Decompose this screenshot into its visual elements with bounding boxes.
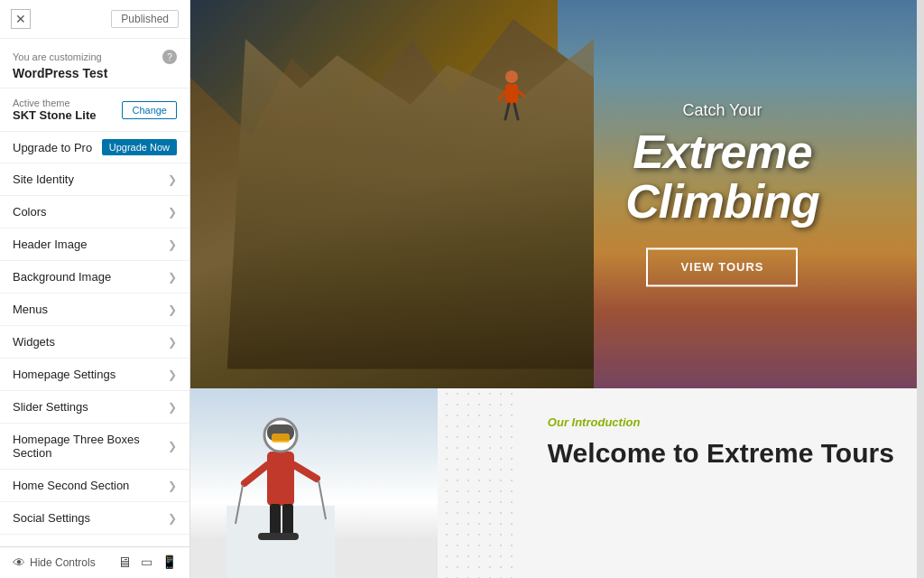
svg-line-11: [245, 465, 267, 483]
published-badge: Published: [111, 10, 179, 28]
hero-content: Catch Your Extreme Climbing VIEW TOURS: [558, 101, 888, 286]
welcome-title: Welcome to Extreme Tours: [548, 438, 897, 468]
desktop-icon[interactable]: 🖥: [117, 555, 132, 571]
menu-item-social-settings[interactable]: Social Settings❯: [0, 502, 189, 535]
svg-line-2: [498, 91, 505, 101]
theme-name: SKT Stone Lite: [13, 108, 96, 122]
hero-title: Extreme Climbing: [558, 127, 888, 226]
menu-item-footer-area[interactable]: Footer Area❯: [0, 535, 189, 546]
eye-icon: 👁: [13, 555, 25, 570]
menu-item-label: Header Image: [13, 238, 87, 251]
second-left: [190, 388, 521, 578]
hero-section: Catch Your Extreme Climbing VIEW TOURS: [190, 0, 924, 388]
menu-item-label: Background Image: [13, 270, 111, 284]
menu-item-colors[interactable]: Colors❯: [0, 196, 189, 228]
skier-image: [190, 388, 438, 578]
chevron-icon: ❯: [168, 271, 177, 284]
chevron-icon: ❯: [168, 401, 177, 414]
bottom-bar: 👁 Hide Controls 🖥 ▭ 📱: [0, 546, 189, 578]
preview-area: Catch Your Extreme Climbing VIEW TOURS: [190, 0, 924, 578]
mobile-icon[interactable]: 📱: [162, 555, 177, 571]
chevron-icon: ❯: [168, 480, 177, 492]
intro-label: Our Introduction: [548, 415, 897, 429]
menu-item-label: Widgets: [13, 335, 55, 349]
chevron-icon: ❯: [168, 440, 177, 452]
chevron-icon: ❯: [168, 368, 177, 381]
menu-item-label: Home Second Section: [13, 479, 129, 492]
hide-controls-label: Hide Controls: [30, 556, 96, 569]
svg-rect-7: [267, 452, 294, 506]
customizing-info: You are customizing ? WordPress Test: [0, 39, 189, 89]
change-theme-button[interactable]: Change: [122, 101, 177, 119]
menu-item-home-second-section[interactable]: Home Second Section❯: [0, 470, 189, 502]
menu-item-background-image[interactable]: Background Image❯: [0, 261, 189, 294]
view-tours-button[interactable]: VIEW TOURS: [646, 248, 798, 287]
svg-point-0: [505, 70, 518, 83]
menu-item-label: Menus: [13, 303, 48, 316]
theme-section: Active theme SKT Stone Lite Change: [0, 89, 189, 132]
help-icon[interactable]: ?: [162, 50, 177, 64]
chevron-icon: ❯: [168, 303, 177, 316]
menu-item-slider-settings[interactable]: Slider Settings❯: [0, 391, 189, 424]
active-theme-label: Active theme: [13, 98, 96, 108]
customizer-panel: ✕ Published You are customizing ? WordPr…: [0, 0, 190, 578]
svg-rect-15: [270, 504, 281, 536]
customizing-label: You are customizing: [13, 51, 102, 62]
svg-line-5: [514, 104, 518, 119]
climber-figure: [498, 70, 525, 124]
chevron-icon: ❯: [168, 512, 177, 525]
upgrade-label: Upgrade to Pro: [13, 141, 92, 154]
menu-item-label: Site Identity: [13, 172, 74, 186]
svg-rect-10: [272, 434, 290, 443]
svg-line-12: [294, 465, 317, 479]
hide-controls-button[interactable]: 👁 Hide Controls: [13, 555, 96, 570]
chevron-icon: ❯: [168, 173, 177, 186]
site-title: WordPress Test: [13, 66, 177, 80]
upgrade-section: Upgrade to Pro Upgrade Now: [0, 132, 189, 163]
menu-item-label: Homepage Settings: [13, 368, 116, 381]
svg-rect-16: [282, 504, 293, 536]
panel-header: ✕ Published: [0, 0, 189, 39]
tablet-icon[interactable]: ▭: [141, 555, 152, 571]
device-switcher: 🖥 ▭ 📱: [117, 555, 177, 571]
skier-figure: [199, 397, 362, 578]
svg-rect-1: [505, 84, 518, 104]
menu-item-label: Social Settings: [13, 511, 90, 525]
menu-item-label: Slider Settings: [13, 400, 88, 414]
upgrade-now-button[interactable]: Upgrade Now: [102, 139, 177, 155]
customizer-menu-list: Site Identity❯Colors❯Header Image❯Backgr…: [0, 163, 189, 546]
second-section: Our Introduction Welcome to Extreme Tour…: [190, 388, 924, 578]
menu-item-homepage-settings[interactable]: Homepage Settings❯: [0, 359, 189, 391]
menu-item-homepage-three-boxes-section[interactable]: Homepage Three Boxes Section❯: [0, 424, 189, 470]
menu-item-label: Homepage Three Boxes Section: [13, 433, 168, 460]
menu-item-widgets[interactable]: Widgets❯: [0, 326, 189, 359]
menu-item-site-identity[interactable]: Site Identity❯: [0, 163, 189, 196]
chevron-icon: ❯: [168, 206, 177, 219]
theme-info: Active theme SKT Stone Lite: [13, 98, 96, 122]
svg-line-4: [505, 104, 509, 119]
svg-rect-17: [258, 533, 299, 540]
svg-line-3: [518, 91, 525, 97]
close-button[interactable]: ✕: [11, 9, 31, 29]
second-right: Our Introduction Welcome to Extreme Tour…: [521, 388, 924, 578]
menu-item-menus[interactable]: Menus❯: [0, 294, 189, 326]
chevron-icon: ❯: [168, 336, 177, 349]
menu-item-header-image[interactable]: Header Image❯: [0, 228, 189, 261]
chevron-icon: ❯: [168, 238, 177, 251]
menu-item-label: Colors: [13, 205, 47, 219]
hero-subtitle: Catch Your: [558, 101, 888, 120]
